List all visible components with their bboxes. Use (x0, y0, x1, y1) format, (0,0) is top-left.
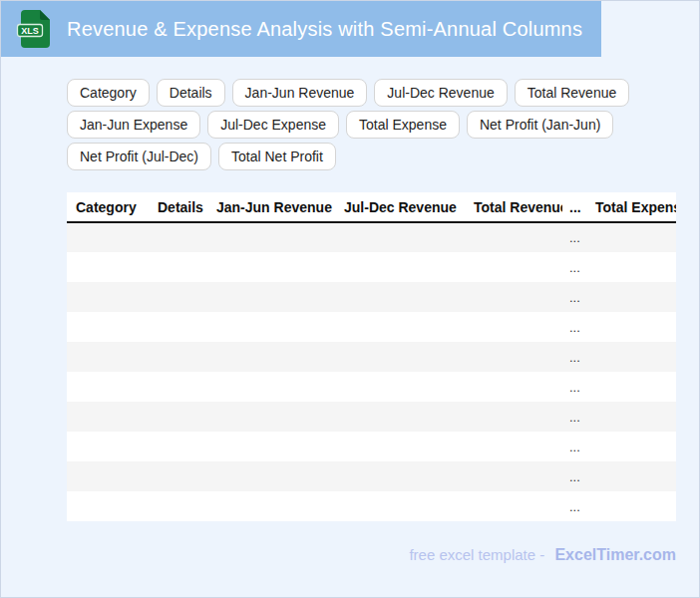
table-cell: ... (562, 312, 588, 342)
table-row: ... (67, 342, 676, 372)
table-cell (151, 372, 209, 402)
table-cell (337, 461, 467, 491)
table-cell (467, 342, 562, 372)
column-chip-total-revenue[interactable]: Total Revenue (515, 79, 630, 107)
table-cell: ... (562, 252, 588, 282)
table-cell (209, 342, 337, 372)
column-chip-jan-jun-expense[interactable]: Jan-Jun Expense (67, 111, 200, 139)
table-cell (588, 342, 676, 372)
table-cell (588, 312, 676, 342)
table-cell: ... (562, 461, 588, 491)
table-cell (337, 252, 467, 282)
preview-table: CategoryDetailsJan-Jun RevenueJul-Dec Re… (67, 192, 676, 521)
table-column-header: ... (562, 192, 588, 222)
column-chip-total-expense[interactable]: Total Expense (346, 111, 460, 139)
header-bar: XLS Revenue & Expense Analysis with Semi… (1, 1, 601, 57)
table-cell (67, 312, 151, 342)
footer: free excel template - ExcelTimer.com (67, 546, 676, 564)
table-cell: ... (562, 222, 588, 252)
column-chip-net-profit-jul-dec[interactable]: Net Profit (Jul-Dec) (67, 143, 211, 170)
table-column-header: Total Revenue (467, 192, 562, 222)
table-cell (337, 312, 467, 342)
table-cell (209, 491, 337, 521)
table-column-header: Jan-Jun Revenue (209, 192, 337, 222)
column-chip-total-net-profit[interactable]: Total Net Profit (218, 143, 336, 170)
table-cell (209, 402, 337, 432)
footer-text: free excel template - (409, 546, 548, 563)
column-chip-jan-jun-revenue[interactable]: Jan-Jun Revenue (232, 79, 368, 107)
table-column-header: Category (67, 192, 151, 222)
table-cell (151, 282, 209, 312)
table-cell (467, 372, 562, 402)
table-cell (67, 282, 151, 312)
preview-table-wrap: CategoryDetailsJan-Jun RevenueJul-Dec Re… (67, 192, 676, 521)
table-cell (588, 282, 676, 312)
table-cell (151, 312, 209, 342)
table-row: ... (67, 312, 676, 342)
table-cell (337, 491, 467, 521)
table-cell (467, 491, 562, 521)
column-chip-jul-dec-expense[interactable]: Jul-Dec Expense (207, 111, 339, 139)
table-cell (67, 491, 151, 521)
table-cell (209, 222, 337, 252)
table-cell (151, 432, 209, 461)
table-cell (209, 312, 337, 342)
xls-icon-label: XLS (21, 26, 39, 36)
table-cell (467, 402, 562, 432)
table-cell (467, 222, 562, 252)
table-row: ... (67, 432, 676, 461)
column-chip-list: CategoryDetailsJan-Jun RevenueJul-Dec Re… (67, 79, 679, 170)
table-row: ... (67, 222, 676, 252)
table-cell (467, 432, 562, 461)
table-cell (588, 252, 676, 282)
table-cell (67, 342, 151, 372)
table-row: ... (67, 402, 676, 432)
table-cell (67, 252, 151, 282)
column-chip-jul-dec-revenue[interactable]: Jul-Dec Revenue (374, 79, 507, 107)
table-cell (588, 432, 676, 461)
table-cell (67, 432, 151, 461)
table-row: ... (67, 252, 676, 282)
table-cell: ... (562, 491, 588, 521)
table-row: ... (67, 491, 676, 521)
table-cell (588, 491, 676, 521)
table-cell (151, 491, 209, 521)
table-cell: ... (562, 342, 588, 372)
table-cell: ... (562, 372, 588, 402)
table-header-row: CategoryDetailsJan-Jun RevenueJul-Dec Re… (67, 192, 676, 222)
table-cell (151, 252, 209, 282)
table-row: ... (67, 461, 676, 491)
column-chip-category[interactable]: Category (67, 79, 150, 107)
table-cell (337, 432, 467, 461)
table-cell (67, 402, 151, 432)
table-row: ... (67, 282, 676, 312)
table-cell (209, 432, 337, 461)
table-column-header: Total Expense (588, 192, 676, 222)
table-cell (151, 402, 209, 432)
table-cell (151, 461, 209, 491)
table-cell (209, 252, 337, 282)
table-cell: ... (562, 282, 588, 312)
table-cell (588, 222, 676, 252)
table-column-header: Jul-Dec Revenue (337, 192, 467, 222)
brand-link[interactable]: ExcelTimer.com (554, 546, 676, 563)
table-cell (588, 402, 676, 432)
page-title: Revenue & Expense Analysis with Semi-Ann… (67, 1, 582, 57)
table-row: ... (67, 372, 676, 402)
table-cell (588, 461, 676, 491)
table-cell (467, 312, 562, 342)
column-chip-net-profit-jan-jun[interactable]: Net Profit (Jan-Jun) (467, 111, 613, 139)
table-cell (209, 372, 337, 402)
table-cell (209, 282, 337, 312)
table-cell (209, 461, 337, 491)
xls-file-icon: XLS (16, 9, 54, 49)
table-column-header: Details (151, 192, 209, 222)
table-cell (467, 252, 562, 282)
page: XLS Revenue & Expense Analysis with Semi… (0, 0, 700, 598)
table-cell (588, 372, 676, 402)
column-chip-details[interactable]: Details (157, 79, 225, 107)
table-cell (337, 222, 467, 252)
table-cell (337, 282, 467, 312)
table-cell (337, 342, 467, 372)
table-cell (151, 342, 209, 372)
